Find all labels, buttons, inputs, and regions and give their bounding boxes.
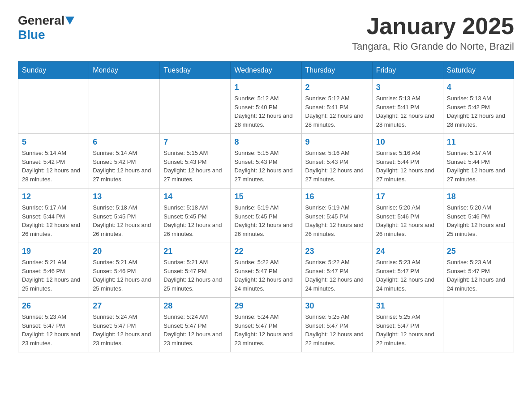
calendar-week-3: 12Sunrise: 5:17 AM Sunset: 5:44 PM Dayli… bbox=[18, 188, 514, 243]
day-info: Sunrise: 5:14 AM Sunset: 5:42 PM Dayligh… bbox=[22, 149, 85, 184]
day-number: 15 bbox=[234, 192, 297, 201]
day-info: Sunrise: 5:24 AM Sunset: 5:47 PM Dayligh… bbox=[93, 313, 156, 347]
calendar-cell: 4Sunrise: 5:13 AM Sunset: 5:42 PM Daylig… bbox=[443, 79, 514, 134]
day-number: 29 bbox=[234, 301, 297, 311]
weekday-header-sunday: Sunday bbox=[18, 62, 89, 79]
day-number: 2 bbox=[305, 83, 369, 92]
calendar-table: SundayMondayTuesdayWednesdayThursdayFrid… bbox=[18, 61, 514, 352]
calendar-cell bbox=[160, 79, 231, 134]
calendar-cell: 10Sunrise: 5:16 AM Sunset: 5:44 PM Dayli… bbox=[372, 134, 443, 188]
day-info: Sunrise: 5:19 AM Sunset: 5:45 PM Dayligh… bbox=[234, 203, 297, 238]
day-number: 6 bbox=[93, 137, 156, 147]
calendar-cell: 16Sunrise: 5:19 AM Sunset: 5:45 PM Dayli… bbox=[301, 188, 372, 243]
calendar-cell: 21Sunrise: 5:21 AM Sunset: 5:47 PM Dayli… bbox=[160, 243, 231, 298]
day-number: 14 bbox=[163, 192, 227, 201]
calendar-body: 1Sunrise: 5:12 AM Sunset: 5:40 PM Daylig… bbox=[18, 79, 514, 352]
title-section: January 2025 Tangara, Rio Grande do Nort… bbox=[352, 13, 514, 52]
calendar-cell: 3Sunrise: 5:13 AM Sunset: 5:41 PM Daylig… bbox=[372, 79, 443, 134]
logo: General Blue bbox=[18, 13, 75, 42]
day-info: Sunrise: 5:14 AM Sunset: 5:42 PM Dayligh… bbox=[93, 149, 156, 184]
month-title: January 2025 bbox=[352, 13, 514, 39]
day-info: Sunrise: 5:12 AM Sunset: 5:41 PM Dayligh… bbox=[305, 94, 369, 129]
page-header: General Blue January 2025 Tangara, Rio G… bbox=[18, 13, 514, 52]
calendar-cell: 13Sunrise: 5:18 AM Sunset: 5:45 PM Dayli… bbox=[89, 188, 160, 243]
day-info: Sunrise: 5:17 AM Sunset: 5:44 PM Dayligh… bbox=[22, 203, 85, 238]
location: Tangara, Rio Grande do Norte, Brazil bbox=[352, 41, 514, 52]
day-info: Sunrise: 5:23 AM Sunset: 5:47 PM Dayligh… bbox=[376, 258, 439, 293]
calendar-cell: 31Sunrise: 5:25 AM Sunset: 5:47 PM Dayli… bbox=[372, 298, 443, 352]
day-info: Sunrise: 5:13 AM Sunset: 5:41 PM Dayligh… bbox=[376, 94, 439, 129]
day-info: Sunrise: 5:19 AM Sunset: 5:45 PM Dayligh… bbox=[305, 203, 369, 238]
calendar-cell bbox=[443, 298, 514, 352]
day-info: Sunrise: 5:16 AM Sunset: 5:44 PM Dayligh… bbox=[376, 149, 439, 184]
logo-blue: Blue bbox=[18, 28, 45, 42]
day-number: 28 bbox=[163, 301, 227, 311]
day-number: 11 bbox=[447, 137, 510, 147]
calendar-week-5: 26Sunrise: 5:23 AM Sunset: 5:47 PM Dayli… bbox=[18, 298, 514, 352]
day-number: 7 bbox=[163, 137, 227, 147]
day-info: Sunrise: 5:18 AM Sunset: 5:45 PM Dayligh… bbox=[93, 203, 156, 238]
day-info: Sunrise: 5:23 AM Sunset: 5:47 PM Dayligh… bbox=[447, 258, 510, 293]
weekday-header-saturday: Saturday bbox=[443, 62, 514, 79]
day-number: 31 bbox=[376, 301, 439, 311]
calendar-cell: 18Sunrise: 5:20 AM Sunset: 5:46 PM Dayli… bbox=[443, 188, 514, 243]
calendar-week-2: 5Sunrise: 5:14 AM Sunset: 5:42 PM Daylig… bbox=[18, 134, 514, 188]
calendar-cell: 14Sunrise: 5:18 AM Sunset: 5:45 PM Dayli… bbox=[160, 188, 231, 243]
weekday-header-wednesday: Wednesday bbox=[231, 62, 301, 79]
day-number: 24 bbox=[376, 247, 439, 256]
day-number: 26 bbox=[22, 301, 85, 311]
day-info: Sunrise: 5:20 AM Sunset: 5:46 PM Dayligh… bbox=[447, 203, 510, 238]
weekday-header-monday: Monday bbox=[89, 62, 160, 79]
calendar-header: SundayMondayTuesdayWednesdayThursdayFrid… bbox=[18, 62, 514, 79]
day-number: 9 bbox=[305, 137, 369, 147]
logo-triangle-icon bbox=[65, 17, 74, 25]
weekday-header-tuesday: Tuesday bbox=[160, 62, 231, 79]
day-info: Sunrise: 5:12 AM Sunset: 5:40 PM Dayligh… bbox=[234, 94, 297, 129]
calendar-cell: 25Sunrise: 5:23 AM Sunset: 5:47 PM Dayli… bbox=[443, 243, 514, 298]
calendar-cell: 12Sunrise: 5:17 AM Sunset: 5:44 PM Dayli… bbox=[18, 188, 89, 243]
day-info: Sunrise: 5:15 AM Sunset: 5:43 PM Dayligh… bbox=[163, 149, 227, 184]
day-number: 25 bbox=[447, 247, 510, 256]
day-info: Sunrise: 5:15 AM Sunset: 5:43 PM Dayligh… bbox=[234, 149, 297, 184]
day-info: Sunrise: 5:23 AM Sunset: 5:47 PM Dayligh… bbox=[22, 313, 85, 347]
day-number: 30 bbox=[305, 301, 369, 311]
logo-text: General bbox=[18, 13, 75, 28]
day-number: 18 bbox=[447, 192, 510, 201]
weekday-header-row: SundayMondayTuesdayWednesdayThursdayFrid… bbox=[18, 62, 514, 79]
day-number: 16 bbox=[305, 192, 369, 201]
calendar-cell: 7Sunrise: 5:15 AM Sunset: 5:43 PM Daylig… bbox=[160, 134, 231, 188]
calendar-cell: 1Sunrise: 5:12 AM Sunset: 5:40 PM Daylig… bbox=[231, 79, 301, 134]
calendar-cell: 9Sunrise: 5:16 AM Sunset: 5:43 PM Daylig… bbox=[301, 134, 372, 188]
calendar-cell: 27Sunrise: 5:24 AM Sunset: 5:47 PM Dayli… bbox=[89, 298, 160, 352]
calendar-cell: 15Sunrise: 5:19 AM Sunset: 5:45 PM Dayli… bbox=[231, 188, 301, 243]
calendar-cell: 8Sunrise: 5:15 AM Sunset: 5:43 PM Daylig… bbox=[231, 134, 301, 188]
calendar-cell bbox=[89, 79, 160, 134]
day-number: 8 bbox=[234, 137, 297, 147]
calendar-week-1: 1Sunrise: 5:12 AM Sunset: 5:40 PM Daylig… bbox=[18, 79, 514, 134]
day-info: Sunrise: 5:22 AM Sunset: 5:47 PM Dayligh… bbox=[234, 258, 297, 293]
day-number: 27 bbox=[93, 301, 156, 311]
day-number: 3 bbox=[376, 83, 439, 92]
day-number: 13 bbox=[93, 192, 156, 201]
calendar-cell: 24Sunrise: 5:23 AM Sunset: 5:47 PM Dayli… bbox=[372, 243, 443, 298]
calendar-cell: 22Sunrise: 5:22 AM Sunset: 5:47 PM Dayli… bbox=[231, 243, 301, 298]
day-info: Sunrise: 5:24 AM Sunset: 5:47 PM Dayligh… bbox=[163, 313, 227, 347]
calendar-cell: 19Sunrise: 5:21 AM Sunset: 5:46 PM Dayli… bbox=[18, 243, 89, 298]
day-info: Sunrise: 5:22 AM Sunset: 5:47 PM Dayligh… bbox=[305, 258, 369, 293]
day-number: 20 bbox=[93, 247, 156, 256]
day-number: 12 bbox=[22, 192, 85, 201]
day-number: 19 bbox=[22, 247, 85, 256]
day-info: Sunrise: 5:20 AM Sunset: 5:46 PM Dayligh… bbox=[376, 203, 439, 238]
day-number: 21 bbox=[163, 247, 227, 256]
day-number: 5 bbox=[22, 137, 85, 147]
calendar-cell: 11Sunrise: 5:17 AM Sunset: 5:44 PM Dayli… bbox=[443, 134, 514, 188]
calendar-cell: 20Sunrise: 5:21 AM Sunset: 5:46 PM Dayli… bbox=[89, 243, 160, 298]
calendar-cell: 28Sunrise: 5:24 AM Sunset: 5:47 PM Dayli… bbox=[160, 298, 231, 352]
calendar-cell bbox=[18, 79, 89, 134]
day-info: Sunrise: 5:21 AM Sunset: 5:46 PM Dayligh… bbox=[93, 258, 156, 293]
calendar-week-4: 19Sunrise: 5:21 AM Sunset: 5:46 PM Dayli… bbox=[18, 243, 514, 298]
calendar-cell: 30Sunrise: 5:25 AM Sunset: 5:47 PM Dayli… bbox=[301, 298, 372, 352]
day-info: Sunrise: 5:18 AM Sunset: 5:45 PM Dayligh… bbox=[163, 203, 227, 238]
calendar-cell: 17Sunrise: 5:20 AM Sunset: 5:46 PM Dayli… bbox=[372, 188, 443, 243]
calendar-cell: 5Sunrise: 5:14 AM Sunset: 5:42 PM Daylig… bbox=[18, 134, 89, 188]
